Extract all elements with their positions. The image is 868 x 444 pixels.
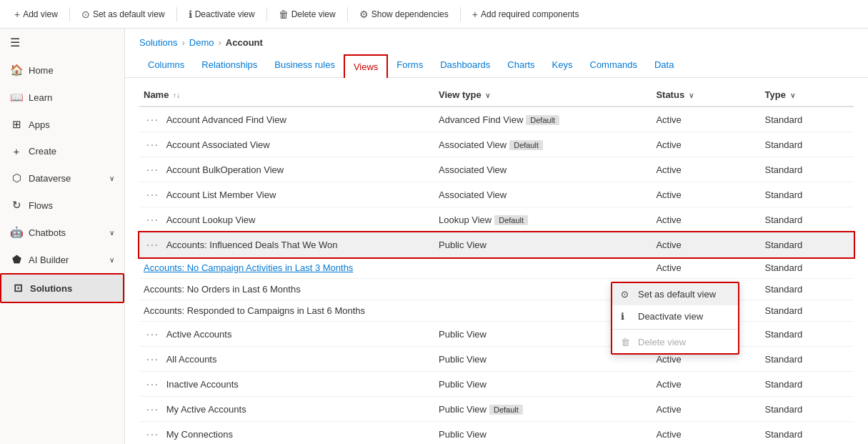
cell-type: Standard bbox=[761, 207, 854, 232]
col-header-type[interactable]: Type ∨ bbox=[761, 84, 854, 107]
chevron-down-icon: ∨ bbox=[109, 174, 114, 182]
tab-columns[interactable]: Columns bbox=[139, 54, 193, 77]
cell-name: ···Inactive Accounts bbox=[139, 372, 434, 397]
context-menu: ⊙ Set as default view ℹ Deactivate view … bbox=[611, 282, 739, 355]
sidebar-item-solutions[interactable]: ⊡ Solutions bbox=[0, 273, 124, 303]
add-required-icon: + bbox=[472, 9, 478, 20]
tab-forms[interactable]: Forms bbox=[388, 54, 431, 77]
cell-name: ···My Active Accounts bbox=[139, 397, 434, 422]
col-header-viewtype[interactable]: View type ∨ bbox=[434, 84, 652, 107]
sidebar-item-flows[interactable]: ↻ Flows bbox=[0, 192, 124, 219]
cell-status: Active bbox=[652, 207, 760, 232]
sidebar-item-home[interactable]: 🏠 Home bbox=[0, 56, 124, 84]
tab-commands[interactable]: Commands bbox=[582, 54, 646, 77]
row-more-options[interactable]: ··· bbox=[144, 162, 162, 177]
dataverse-icon: ⬡ bbox=[10, 172, 23, 184]
show-deps-button[interactable]: ⚙ Show dependencies bbox=[354, 6, 454, 23]
table-row[interactable]: ···Account Associated ViewAssociated Vie… bbox=[139, 132, 854, 157]
chevron-down-icon: ∨ bbox=[109, 229, 114, 237]
sort-asc-icon: ↑↓ bbox=[173, 92, 180, 99]
row-more-options[interactable]: ··· bbox=[144, 137, 162, 152]
deactivate-ctx-icon: ℹ bbox=[621, 311, 632, 322]
create-icon: + bbox=[10, 145, 23, 157]
tab-dashboards[interactable]: Dashboards bbox=[431, 54, 499, 77]
set-default-button[interactable]: ⊙ Set as default view bbox=[76, 6, 171, 23]
nav-tabs: Columns Relationships Business rules Vie… bbox=[125, 51, 868, 78]
cell-viewtype: Public View bbox=[434, 372, 652, 397]
cell-status: Active bbox=[652, 157, 760, 182]
table-row[interactable]: ···Accounts: Influenced Deals That We Wo… bbox=[139, 232, 854, 257]
cell-viewtype: Associated View bbox=[434, 157, 652, 182]
table-row[interactable]: ···Account BulkOperation ViewAssociated … bbox=[139, 157, 854, 182]
table-row[interactable]: Accounts: No Campaign Activities in Last… bbox=[139, 257, 854, 279]
breadcrumb-demo[interactable]: Demo bbox=[189, 37, 214, 48]
toolbar-separator bbox=[347, 7, 348, 21]
cell-type: Standard bbox=[761, 279, 854, 300]
ai-builder-icon: ⬟ bbox=[10, 253, 23, 266]
cell-name: ···Account List Member View bbox=[139, 182, 434, 207]
solutions-icon: ⊡ bbox=[11, 282, 24, 295]
sidebar-item-learn[interactable]: 📖 Learn bbox=[0, 84, 124, 111]
delete-ctx-icon: 🗑 bbox=[621, 337, 632, 347]
cell-name: ···My Connections bbox=[139, 422, 434, 445]
tab-data[interactable]: Data bbox=[646, 54, 682, 77]
delete-view-button[interactable]: 🗑 Delete view bbox=[273, 6, 341, 23]
tab-views[interactable]: Views bbox=[344, 54, 388, 78]
cell-name: Accounts: No Orders in Last 6 Months bbox=[139, 279, 434, 300]
table-row[interactable]: ···Inactive AccountsPublic ViewActiveSta… bbox=[139, 372, 854, 397]
cell-name: Accounts: Responded to Campaigns in Last… bbox=[139, 300, 434, 322]
sidebar-item-ai-builder[interactable]: ⬟ AI Builder ∨ bbox=[0, 246, 124, 273]
row-more-options[interactable]: ··· bbox=[144, 187, 162, 202]
table-row[interactable]: ···All AccountsPublic ViewActiveStandard bbox=[139, 347, 854, 372]
cell-status: Active bbox=[652, 372, 760, 397]
tab-keys[interactable]: Keys bbox=[544, 54, 582, 77]
row-more-options[interactable]: ··· bbox=[144, 327, 162, 341]
row-more-options[interactable]: ··· bbox=[144, 112, 162, 127]
col-header-status[interactable]: Status ∨ bbox=[652, 84, 760, 107]
context-menu-deactivate[interactable]: ℹ Deactivate view bbox=[612, 305, 738, 327]
table-row[interactable]: ···My Active AccountsPublic ViewDefaultA… bbox=[139, 397, 854, 422]
row-more-options[interactable]: ··· bbox=[144, 237, 162, 252]
sidebar-item-chatbots[interactable]: 🤖 Chatbots ∨ bbox=[0, 219, 124, 246]
tab-charts[interactable]: Charts bbox=[499, 54, 543, 77]
sidebar-item-create[interactable]: + Create bbox=[0, 138, 124, 164]
row-more-options[interactable]: ··· bbox=[144, 352, 162, 366]
info-icon: ℹ bbox=[189, 9, 192, 20]
tab-business-rules[interactable]: Business rules bbox=[266, 54, 344, 77]
add-view-button[interactable]: + Add view bbox=[9, 6, 64, 23]
cell-status: Active bbox=[652, 132, 760, 157]
apps-icon: ⊞ bbox=[10, 118, 23, 131]
breadcrumb-sep: › bbox=[181, 37, 184, 48]
views-table-container: Name ↑↓ View type ∨ Status ∨ Type bbox=[125, 78, 868, 444]
row-more-options[interactable]: ··· bbox=[144, 377, 162, 391]
sidebar-item-dataverse[interactable]: ⬡ Dataverse ∨ bbox=[0, 164, 124, 192]
add-required-button[interactable]: + Add required components bbox=[467, 6, 585, 23]
cell-viewtype: Advanced Find ViewDefault bbox=[434, 107, 652, 132]
cell-type: Standard bbox=[761, 232, 854, 257]
row-more-options[interactable]: ··· bbox=[144, 212, 162, 227]
row-more-options[interactable]: ··· bbox=[144, 402, 162, 416]
table-row[interactable]: Accounts: No Orders in Last 6 MonthsActi… bbox=[139, 279, 854, 300]
table-row[interactable]: ···Account Lookup ViewLookup ViewDefault… bbox=[139, 207, 854, 232]
table-row[interactable]: Accounts: Responded to Campaigns in Last… bbox=[139, 300, 854, 322]
row-more-options[interactable]: ··· bbox=[144, 427, 162, 441]
sort-icon: ∨ bbox=[689, 92, 694, 99]
context-menu-set-default[interactable]: ⊙ Set as default view bbox=[612, 283, 738, 305]
set-default-icon: ⊙ bbox=[81, 9, 90, 20]
tab-relationships[interactable]: Relationships bbox=[193, 54, 266, 77]
default-badge: Default bbox=[489, 405, 523, 415]
default-badge: Default bbox=[526, 115, 559, 125]
table-row[interactable]: ···Account List Member ViewAssociated Vi… bbox=[139, 182, 854, 207]
hamburger-menu[interactable]: ☰ bbox=[0, 29, 124, 56]
deactivate-button[interactable]: ℹ Deactivate view bbox=[183, 6, 261, 23]
cell-viewtype: Lookup ViewDefault bbox=[434, 207, 652, 232]
col-header-name[interactable]: Name ↑↓ bbox=[139, 84, 434, 107]
breadcrumb-solutions[interactable]: Solutions bbox=[139, 37, 177, 48]
table-row[interactable]: ···Account Advanced Find ViewAdvanced Fi… bbox=[139, 107, 854, 132]
sidebar-item-apps[interactable]: ⊞ Apps bbox=[0, 111, 124, 138]
toolbar-separator bbox=[266, 7, 267, 21]
table-row[interactable]: ···My ConnectionsPublic ViewActiveStanda… bbox=[139, 422, 854, 445]
table-row[interactable]: ···Active AccountsPublic ViewActiveStand… bbox=[139, 322, 854, 347]
delete-icon: 🗑 bbox=[279, 9, 289, 20]
cell-type: Standard bbox=[761, 322, 854, 347]
